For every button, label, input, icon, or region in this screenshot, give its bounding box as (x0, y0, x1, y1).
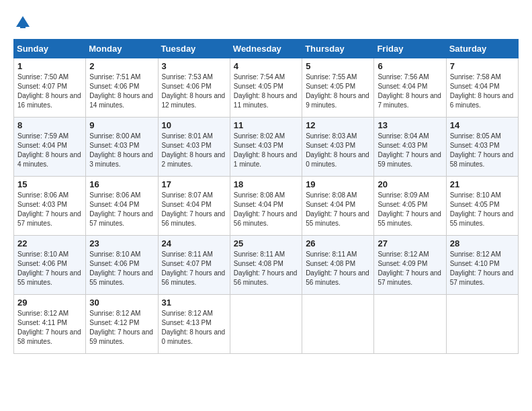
cell-text: Sunrise: 7:53 AMSunset: 4:06 PMDaylight:… (162, 73, 226, 109)
calendar-week-row: 1 Sunrise: 7:50 AMSunset: 4:07 PMDayligh… (14, 58, 519, 118)
cell-text: Sunrise: 8:09 AMSunset: 4:05 PMDaylight:… (378, 191, 441, 227)
day-number: 24 (162, 238, 226, 248)
cell-text: Sunrise: 8:10 AMSunset: 4:06 PMDaylight:… (89, 250, 153, 286)
day-number: 9 (89, 120, 154, 130)
day-number: 21 (450, 179, 515, 189)
calendar-cell: 5 Sunrise: 7:55 AMSunset: 4:05 PMDayligh… (302, 58, 374, 118)
cell-text: Sunrise: 8:12 AMSunset: 4:11 PMDaylight:… (17, 310, 81, 345)
day-number: 3 (162, 61, 226, 71)
day-number: 2 (89, 61, 154, 71)
day-number: 5 (306, 61, 370, 71)
cell-text: Sunrise: 8:10 AMSunset: 4:05 PMDaylight:… (450, 191, 514, 227)
cell-text: Sunrise: 8:11 AMSunset: 4:07 PMDaylight:… (162, 250, 226, 286)
calendar-cell: 10 Sunrise: 8:01 AMSunset: 4:03 PMDaylig… (158, 118, 230, 177)
cell-text: Sunrise: 7:54 AMSunset: 4:05 PMDaylight:… (234, 73, 298, 109)
calendar-cell: 31 Sunrise: 8:12 AMSunset: 4:13 PMDaylig… (158, 295, 230, 354)
calendar-cell: 30 Sunrise: 8:12 AMSunset: 4:12 PMDaylig… (86, 295, 158, 354)
calendar-cell: 8 Sunrise: 7:59 AMSunset: 4:04 PMDayligh… (14, 118, 86, 177)
calendar-cell: 4 Sunrise: 7:54 AMSunset: 4:05 PMDayligh… (230, 58, 302, 118)
cell-text: Sunrise: 8:12 AMSunset: 4:13 PMDaylight:… (162, 310, 226, 345)
cell-text: Sunrise: 7:59 AMSunset: 4:04 PMDaylight:… (17, 132, 81, 168)
day-number: 16 (89, 179, 154, 189)
calendar-week-row: 22 Sunrise: 8:10 AMSunset: 4:06 PMDaylig… (14, 236, 519, 295)
calendar-cell: 29 Sunrise: 8:12 AMSunset: 4:11 PMDaylig… (14, 295, 86, 354)
calendar-cell: 7 Sunrise: 7:58 AMSunset: 4:04 PMDayligh… (446, 58, 518, 118)
calendar-cell (446, 295, 518, 354)
calendar-cell: 9 Sunrise: 8:00 AMSunset: 4:03 PMDayligh… (86, 118, 158, 177)
day-number: 8 (17, 120, 82, 130)
day-number: 27 (378, 238, 442, 248)
cell-text: Sunrise: 8:08 AMSunset: 4:04 PMDaylight:… (234, 191, 298, 227)
cell-text: Sunrise: 7:51 AMSunset: 4:06 PMDaylight:… (89, 73, 153, 109)
cell-text: Sunrise: 8:08 AMSunset: 4:04 PMDaylight:… (306, 191, 369, 227)
calendar-cell: 11 Sunrise: 8:02 AMSunset: 4:03 PMDaylig… (230, 118, 302, 177)
cell-text: Sunrise: 8:01 AMSunset: 4:03 PMDaylight:… (162, 132, 226, 168)
cell-text: Sunrise: 7:58 AMSunset: 4:04 PMDaylight:… (450, 73, 514, 109)
cell-text: Sunrise: 8:11 AMSunset: 4:08 PMDaylight:… (306, 250, 369, 286)
cell-text: Sunrise: 8:11 AMSunset: 4:08 PMDaylight:… (234, 250, 298, 286)
day-number: 11 (234, 120, 298, 130)
cell-text: Sunrise: 7:55 AMSunset: 4:05 PMDaylight:… (306, 73, 369, 109)
cell-text: Sunrise: 8:04 AMSunset: 4:03 PMDaylight:… (378, 132, 441, 168)
cell-text: Sunrise: 8:12 AMSunset: 4:12 PMDaylight:… (89, 310, 153, 345)
calendar-week-row: 29 Sunrise: 8:12 AMSunset: 4:11 PMDaylig… (14, 295, 519, 354)
col-header-friday: Friday (374, 40, 446, 58)
day-number: 15 (17, 179, 82, 189)
calendar-cell: 2 Sunrise: 7:51 AMSunset: 4:06 PMDayligh… (86, 58, 158, 118)
calendar-cell (374, 295, 446, 354)
calendar-cell: 17 Sunrise: 8:07 AMSunset: 4:04 PMDaylig… (158, 177, 230, 236)
calendar-cell: 15 Sunrise: 8:06 AMSunset: 4:03 PMDaylig… (14, 177, 86, 236)
calendar-table: SundayMondayTuesdayWednesdayThursdayFrid… (13, 39, 519, 354)
day-number: 4 (234, 61, 298, 71)
calendar-cell: 25 Sunrise: 8:11 AMSunset: 4:08 PMDaylig… (230, 236, 302, 295)
day-number: 7 (450, 61, 515, 71)
cell-text: Sunrise: 8:03 AMSunset: 4:03 PMDaylight:… (306, 132, 369, 168)
calendar-cell: 18 Sunrise: 8:08 AMSunset: 4:04 PMDaylig… (230, 177, 302, 236)
calendar-week-row: 8 Sunrise: 7:59 AMSunset: 4:04 PMDayligh… (14, 118, 519, 177)
cell-text: Sunrise: 7:50 AMSunset: 4:07 PMDaylight:… (17, 73, 81, 109)
cell-text: Sunrise: 8:12 AMSunset: 4:09 PMDaylight:… (378, 250, 441, 286)
day-number: 28 (450, 238, 515, 248)
day-number: 31 (162, 298, 226, 308)
day-number: 13 (378, 120, 442, 130)
calendar-cell: 27 Sunrise: 8:12 AMSunset: 4:09 PMDaylig… (374, 236, 446, 295)
calendar-cell: 22 Sunrise: 8:10 AMSunset: 4:06 PMDaylig… (14, 236, 86, 295)
day-number: 18 (234, 179, 298, 189)
cell-text: Sunrise: 8:07 AMSunset: 4:04 PMDaylight:… (162, 191, 226, 227)
cell-text: Sunrise: 8:05 AMSunset: 4:03 PMDaylight:… (450, 132, 514, 168)
day-number: 29 (17, 298, 82, 308)
calendar-cell: 16 Sunrise: 8:06 AMSunset: 4:04 PMDaylig… (86, 177, 158, 236)
day-number: 17 (162, 179, 226, 189)
calendar-cell: 6 Sunrise: 7:56 AMSunset: 4:04 PMDayligh… (374, 58, 446, 118)
col-header-saturday: Saturday (446, 40, 518, 58)
calendar-cell: 28 Sunrise: 8:12 AMSunset: 4:10 PMDaylig… (446, 236, 518, 295)
day-number: 30 (89, 298, 154, 308)
calendar-cell: 19 Sunrise: 8:08 AMSunset: 4:04 PMDaylig… (302, 177, 374, 236)
calendar-cell: 3 Sunrise: 7:53 AMSunset: 4:06 PMDayligh… (158, 58, 230, 118)
calendar-week-row: 15 Sunrise: 8:06 AMSunset: 4:03 PMDaylig… (14, 177, 519, 236)
day-number: 22 (17, 238, 82, 248)
day-number: 25 (234, 238, 298, 248)
calendar-cell (302, 295, 374, 354)
calendar-cell: 23 Sunrise: 8:10 AMSunset: 4:06 PMDaylig… (86, 236, 158, 295)
page-header (13, 13, 519, 32)
cell-text: Sunrise: 8:00 AMSunset: 4:03 PMDaylight:… (89, 132, 153, 168)
calendar-cell: 13 Sunrise: 8:04 AMSunset: 4:03 PMDaylig… (374, 118, 446, 177)
calendar-cell: 21 Sunrise: 8:10 AMSunset: 4:05 PMDaylig… (446, 177, 518, 236)
day-number: 6 (378, 61, 442, 71)
cell-text: Sunrise: 8:06 AMSunset: 4:03 PMDaylight:… (17, 191, 81, 227)
day-number: 12 (306, 120, 370, 130)
calendar-header-row: SundayMondayTuesdayWednesdayThursdayFrid… (14, 40, 519, 58)
col-header-sunday: Sunday (14, 40, 86, 58)
logo-icon (13, 13, 32, 32)
cell-text: Sunrise: 7:56 AMSunset: 4:04 PMDaylight:… (378, 73, 441, 109)
cell-text: Sunrise: 8:10 AMSunset: 4:06 PMDaylight:… (17, 250, 81, 286)
day-number: 19 (306, 179, 370, 189)
day-number: 20 (378, 179, 442, 189)
calendar-cell: 14 Sunrise: 8:05 AMSunset: 4:03 PMDaylig… (446, 118, 518, 177)
cell-text: Sunrise: 8:06 AMSunset: 4:04 PMDaylight:… (89, 191, 153, 227)
day-number: 14 (450, 120, 515, 130)
logo (13, 13, 35, 32)
col-header-wednesday: Wednesday (230, 40, 302, 58)
day-number: 10 (162, 120, 226, 130)
